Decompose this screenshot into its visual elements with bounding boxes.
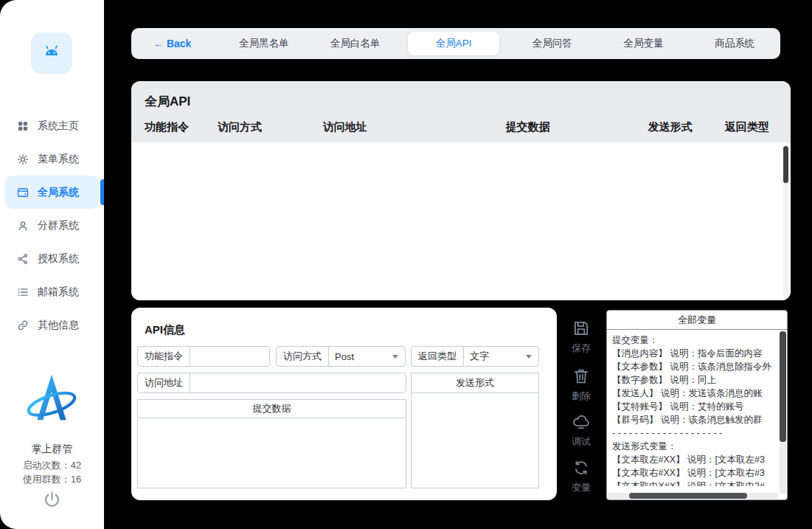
- sidebar: 系统主页 菜单系统 全局系统 分群系统 授权系统: [0, 0, 104, 529]
- variable-line: 【艾特账号】 说明：艾特的账号: [612, 400, 777, 413]
- variables-hscrollbar-thumb[interactable]: [629, 493, 747, 499]
- list-icon: [16, 286, 30, 299]
- sidebar-item-menu-system[interactable]: 菜单系统: [0, 142, 104, 176]
- variables-panel-title: 全部变量: [607, 311, 787, 330]
- tab-global-variables[interactable]: 全局变量: [598, 28, 690, 59]
- column-header: 发送形式: [648, 120, 725, 134]
- back-button[interactable]: ← Back: [131, 28, 218, 59]
- chevron-down-icon: [526, 355, 532, 359]
- column-header: 提交数据: [506, 120, 648, 134]
- chevron-down-icon: [392, 355, 398, 359]
- column-header: 访问方式: [218, 120, 323, 134]
- command-label: 功能指令: [138, 347, 190, 366]
- sidebar-item-global-system[interactable]: 全局系统: [5, 176, 99, 209]
- sidebar-item-mail-system[interactable]: 邮箱系统: [0, 275, 104, 308]
- action-label: 变量: [561, 481, 602, 494]
- android-icon: [40, 40, 63, 66]
- sidebar-item-label: 分群系统: [38, 219, 79, 232]
- trash-icon: [572, 367, 591, 386]
- variables-button[interactable]: 变量: [561, 458, 602, 494]
- submit-data-header: 提交数据: [137, 399, 406, 418]
- sidebar-item-label: 系统主页: [38, 120, 79, 133]
- variable-line: 【群号码】 说明：该条消息触发的群: [612, 413, 777, 426]
- column-header: 返回类型: [725, 120, 791, 134]
- sidebar-item-label: 菜单系统: [38, 153, 79, 166]
- sidebar-item-label: 其他信息: [38, 319, 79, 332]
- share-icon: [16, 252, 30, 266]
- sidebar-item-system-home[interactable]: 系统主页: [0, 109, 104, 142]
- command-input[interactable]: [190, 347, 269, 366]
- variable-line: 【文本取中X#X】 说明：[文本取中2#: [612, 480, 777, 486]
- variable-line: 【文本取右#XX】 说明：[文本取右#3: [612, 466, 777, 480]
- variable-line: 【文本取左#XX】 说明：[文本取左#3: [612, 453, 777, 466]
- variables-vscrollbar-thumb[interactable]: [780, 331, 786, 442]
- table-scrollbar-thumb[interactable]: [783, 146, 788, 183]
- send-form-textarea[interactable]: [411, 393, 539, 488]
- tab-global-qa[interactable]: 全局问答: [507, 28, 598, 59]
- brand-name: 掌上群管: [0, 443, 104, 456]
- url-field-group: 访问地址: [137, 373, 406, 393]
- api-info-panel: API信息 功能指令 访问方式 Post 返回类型 文字 访问地址 发送形式 提…: [131, 308, 557, 500]
- brand-logo: [21, 367, 83, 435]
- save-button[interactable]: 保存: [561, 319, 602, 355]
- global-api-table-panel: 全局API 功能指令 访问方式 访问地址 提交数据 发送形式 返回类型: [131, 81, 791, 300]
- tab-global-blacklist[interactable]: 全局黑名单: [218, 28, 310, 59]
- launch-count-value: 42: [71, 460, 81, 471]
- cloud-debug-icon: [572, 412, 591, 432]
- action-label: 删除: [561, 390, 602, 403]
- variables-list: 提交变量： 【消息内容】 说明：指令后面的内容 【文本参数】 说明：该条消息除指…: [607, 330, 787, 486]
- action-label: 调试: [561, 435, 602, 449]
- sidebar-item-group-system[interactable]: 分群系统: [0, 209, 104, 242]
- submit-data-textarea[interactable]: [137, 418, 406, 488]
- launch-count: 启动次数：42: [0, 459, 104, 472]
- variable-line: 【数字参数】 说明：同上: [612, 373, 777, 387]
- method-field-group: 访问方式 Post: [276, 346, 406, 367]
- table-header-row: 功能指令 访问方式 访问地址 提交数据 发送形式 返回类型: [145, 110, 791, 134]
- sidebar-menu: 系统主页 菜单系统 全局系统 分群系统 授权系统: [0, 109, 104, 342]
- launch-count-label: 启动次数：: [23, 460, 71, 471]
- tab-global-api[interactable]: 全局API: [408, 32, 499, 55]
- variable-line: 【消息内容】 说明：指令后面的内容: [612, 347, 777, 360]
- all-variables-panel: 全部变量 提交变量： 【消息内容】 说明：指令后面的内容 【文本参数】 说明：该…: [606, 310, 788, 500]
- group-count-label: 使用群数：: [23, 474, 71, 485]
- debug-button[interactable]: 调试: [561, 412, 602, 449]
- active-item-indicator: [100, 179, 104, 205]
- app-logo: [31, 32, 72, 74]
- power-button[interactable]: [42, 490, 62, 510]
- method-select[interactable]: Post: [329, 347, 392, 366]
- tab-global-whitelist[interactable]: 全局白名单: [310, 28, 401, 59]
- url-label: 访问地址: [138, 373, 190, 393]
- group-count: 使用群数：16: [0, 473, 104, 486]
- divider-dashed-line: - - - - - - - - - - - - - - - - - - - -: [612, 426, 777, 440]
- top-nav-bar: ← Back 全局黑名单 全局白名单 全局API 全局问答 全局变量 商品系统: [131, 28, 780, 59]
- page-title: 全局API: [145, 93, 791, 110]
- return-type-label: 返回类型: [412, 347, 464, 366]
- sidebar-item-other-info[interactable]: 其他信息: [0, 308, 104, 342]
- panel-title: API信息: [145, 323, 185, 337]
- variable-line: 【文本参数】 说明：该条消息除指令外: [612, 360, 777, 373]
- variable-line: 发送形式变量：: [612, 440, 777, 453]
- link-icon: [16, 319, 30, 332]
- send-form-header: 发送形式: [411, 373, 539, 393]
- method-label: 访问方式: [277, 347, 329, 366]
- top-tabs: 全局黑名单 全局白名单 全局API 全局问答 全局变量 商品系统: [218, 28, 780, 59]
- grid-icon: [16, 120, 30, 133]
- url-input[interactable]: [190, 373, 406, 393]
- sidebar-item-label: 全局系统: [38, 186, 79, 199]
- refresh-icon: [572, 458, 591, 477]
- return-type-select[interactable]: 文字: [464, 347, 526, 366]
- sidebar-item-label: 授权系统: [38, 252, 79, 266]
- save-icon: [572, 319, 591, 338]
- gear-icon: [16, 153, 30, 166]
- return-type-field-group: 返回类型 文字: [411, 346, 539, 367]
- delete-button[interactable]: 删除: [561, 367, 602, 403]
- variable-line: 提交变量：: [612, 333, 777, 347]
- column-header: 功能指令: [145, 120, 218, 134]
- table-body-empty: [131, 142, 791, 300]
- table-header-area: 全局API 功能指令 访问方式 访问地址 提交数据 发送形式 返回类型: [131, 81, 791, 142]
- sidebar-item-auth-system[interactable]: 授权系统: [0, 242, 104, 275]
- command-field-group: 功能指令: [137, 346, 270, 367]
- tab-product-system[interactable]: 商品系统: [689, 28, 780, 59]
- group-count-value: 16: [71, 474, 81, 485]
- sidebar-item-label: 邮箱系统: [38, 286, 79, 299]
